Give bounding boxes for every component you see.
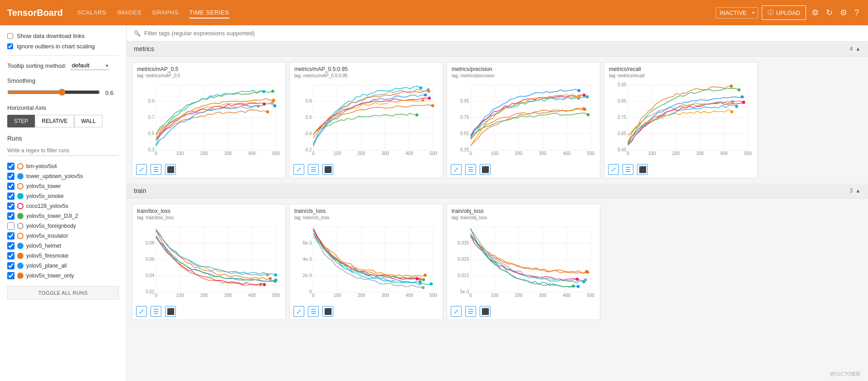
run-color-indicator [17,253,24,259]
svg-point-21 [266,110,269,113]
run-checkbox[interactable] [7,252,14,259]
chart-subtitle: tag: train/cls_loss [290,215,443,223]
chart-menu-button[interactable]: ☰ [151,306,161,317]
chart-download-button[interactable]: ⬛ [165,164,176,175]
chart-area: 01002003004005006e-34e-32e-30 [290,223,443,304]
app-header: TensorBoard SCALARS IMAGES GRAPHS TIME S… [0,0,868,25]
svg-text:500: 500 [272,293,280,298]
nav-images[interactable]: IMAGES [117,7,142,19]
app-logo: TensorBoard [7,8,63,18]
chart-download-button[interactable]: ⬛ [637,164,648,175]
chart-expand-button[interactable]: ⤢ [293,306,304,317]
chart-download-button[interactable]: ⬛ [322,164,333,175]
horizontal-axis-label: Horizontal Axis [7,104,119,111]
chart-download-button[interactable]: ⬛ [480,164,491,175]
chart-actions: ⤢ ☰ ⬛ [447,162,600,178]
run-checkbox[interactable] [7,163,14,170]
collapse-icon[interactable]: ▲ [855,188,861,194]
filter-tags-input[interactable] [144,30,861,37]
svg-text:5e-3: 5e-3 [460,289,469,294]
run-checkbox[interactable] [7,202,14,210]
smoothing-slider[interactable] [7,89,100,96]
chart-area: 01002003004005000.0350.0250.0155e-3 [447,223,600,304]
chart-download-button[interactable]: ⬛ [480,306,491,317]
axis-step-button[interactable]: STEP [7,115,35,127]
axis-relative-button[interactable]: RELATIVE [35,115,74,127]
chart-expand-button[interactable]: ⤢ [136,164,147,175]
nav-graphs[interactable]: GRAPHS [152,7,179,19]
show-download-checkbox[interactable] [7,33,13,39]
chart-subtitle: tag: train/box_loss [132,215,285,223]
filter-bar: 🔍 [127,25,868,42]
runs-filter-input[interactable] [7,146,119,156]
upload-icon: ⓘ [768,9,774,17]
run-checkbox[interactable] [7,193,14,200]
ignore-outliers-checkbox[interactable] [7,43,13,49]
chart-download-button[interactable]: ⬛ [322,306,333,317]
chart-expand-button[interactable]: ⤢ [451,164,462,175]
chart-menu-button[interactable]: ☰ [151,164,161,175]
chart-area: 01002003004005000.950.750.550.35 [447,81,600,162]
chart-expand-button[interactable]: ⤢ [293,164,304,175]
run-checkbox[interactable] [7,242,14,249]
run-item: yolov5s_tower [7,181,119,191]
status-select-wrapper: INACTIVE ACTIVE [716,7,758,19]
chart-expand-button[interactable]: ⤢ [136,306,147,317]
svg-point-54 [428,97,431,100]
chart-card: train/obj_loss tag: train/obj_loss 01002… [447,204,600,320]
run-checkbox[interactable] [7,232,14,240]
chart-area: 01002003004005000.950.850.750.650.45 [604,81,757,162]
run-color-indicator [17,183,24,189]
smoothing-slider-row: 0.6 [7,89,119,97]
run-checkbox[interactable] [7,173,14,180]
svg-text:0.95: 0.95 [460,99,469,103]
tooltip-sorting-select[interactable]: default ascending descending [70,61,109,70]
svg-point-57 [421,99,425,102]
run-checkbox[interactable] [7,183,14,190]
run-color-indicator [17,233,24,239]
smoothing-label: Smoothing [7,77,119,84]
svg-text:6e-3: 6e-3 [302,240,312,245]
axis-wall-button[interactable]: WALL [74,115,102,127]
smoothing-value: 0.6 [105,89,119,96]
svg-point-26 [271,89,274,93]
chart-menu-button[interactable]: ☰ [465,164,476,175]
refresh-icon[interactable]: ↻ [824,6,835,19]
nav-scalars[interactable]: SCALARS [77,7,106,19]
upload-button[interactable]: ⓘ UPLOAD [762,5,806,20]
run-item: coco128_yolov5s [7,201,119,211]
chart-download-button[interactable]: ⬛ [165,306,176,317]
chart-menu-button[interactable]: ☰ [623,164,633,175]
run-checkbox[interactable] [7,272,14,279]
chart-area: 01002003004005000.90.70.50.3 [132,81,285,162]
run-checkbox[interactable] [7,212,14,220]
run-checkbox[interactable] [7,262,14,269]
chart-expand-button[interactable]: ⤢ [608,164,619,175]
svg-text:0.06: 0.06 [146,257,155,262]
run-checkbox[interactable] [7,222,14,230]
toggle-all-runs-button[interactable]: TOGGLE ALL RUNS [7,286,119,300]
chart-expand-button[interactable]: ⤢ [451,306,462,317]
svg-point-116 [730,110,733,113]
settings-gear-icon[interactable]: ⚙ [810,6,821,19]
svg-text:0.75: 0.75 [618,115,627,120]
show-download-label: Show data download links [17,33,85,39]
chart-subtitle: tag: metrics/mAP_0.5:0.95 [290,73,443,81]
sidebar-divider-1 [7,55,119,56]
nav-time-series[interactable]: TIME SERIES [189,7,229,19]
help-icon[interactable]: ? [853,6,861,19]
section-title: metrics [134,45,154,52]
chart-menu-button[interactable]: ☰ [308,306,319,317]
chart-card: metrics/precision tag: metrics/precision… [447,62,600,178]
svg-text:0.5: 0.5 [148,131,155,136]
chart-menu-button[interactable]: ☰ [465,306,476,317]
collapse-icon[interactable]: ▲ [855,46,861,52]
svg-point-80 [577,89,580,92]
config-icon[interactable]: ⚙ [838,6,849,19]
run-color-indicator [17,193,24,199]
svg-point-141 [274,273,277,277]
chart-menu-button[interactable]: ☰ [308,164,319,175]
svg-text:200: 200 [358,293,365,298]
svg-text:300: 300 [224,151,232,156]
status-select[interactable]: INACTIVE ACTIVE [716,7,758,19]
